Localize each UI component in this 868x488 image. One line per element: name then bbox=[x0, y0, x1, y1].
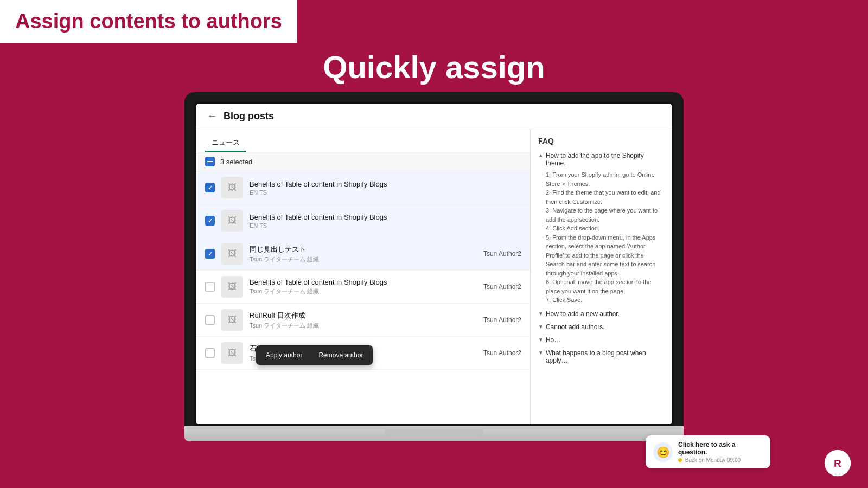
thumbnail-1: 🖼 bbox=[221, 177, 243, 198]
laptop-outer: ← Blog posts ニュース bbox=[184, 92, 684, 426]
post-meta-2: EN TS bbox=[250, 222, 521, 229]
faq-item-3: ▼ Cannot add authors. bbox=[538, 323, 664, 331]
faq-arrow-5: ▼ bbox=[538, 350, 544, 356]
chat-avatar: 😊 bbox=[653, 442, 673, 462]
laptop-mockup: ← Blog posts ニュース bbox=[184, 92, 684, 441]
post-title-4: Benefits of Table of content in Shopify … bbox=[250, 278, 477, 286]
post-title-1: Benefits of Table of content in Shopify … bbox=[250, 180, 521, 188]
faq-question-label-2: How to add a new author. bbox=[546, 310, 620, 318]
tab-bar: ニュース bbox=[196, 129, 530, 152]
tab-news[interactable]: ニュース bbox=[205, 134, 246, 152]
post-meta-1: EN TS bbox=[250, 189, 521, 196]
chat-status: Back on Monday 09:00 bbox=[678, 457, 763, 463]
page-title: Blog posts bbox=[224, 111, 274, 122]
post-meta-4: Tsun ライターチーム 組織 bbox=[250, 287, 477, 296]
app-body: ニュース 3 selected 🖼 bbox=[196, 129, 672, 424]
table-row: 🖼 RuffRuff 目次作成 Tsun ライターチーム 組織 Tsun Aut… bbox=[196, 304, 530, 337]
status-dot bbox=[678, 458, 682, 462]
chat-title: Click here to ask a question. bbox=[678, 441, 763, 456]
faq-question-2[interactable]: ▼ How to add a new author. bbox=[538, 310, 664, 318]
post-meta-5: Tsun ライターチーム 組織 bbox=[250, 322, 477, 330]
faq-arrow-4: ▼ bbox=[538, 337, 544, 343]
back-button[interactable]: ← bbox=[207, 111, 217, 122]
thumbnail-3: 🖼 bbox=[221, 243, 243, 265]
row-checkbox-1[interactable] bbox=[205, 183, 215, 192]
faq-question-4[interactable]: ▼ Ho… bbox=[538, 336, 664, 344]
faq-item-2: ▼ How to add a new author. bbox=[538, 310, 664, 318]
subtitle-container: Quickly assign bbox=[0, 49, 868, 85]
faq-title: FAQ bbox=[538, 137, 664, 145]
thumbnail-5: 🖼 bbox=[221, 309, 243, 331]
table-row: 🖼 Benefits of Table of content in Shopif… bbox=[196, 271, 530, 304]
table-row: 🖼 Benefits of Table of content in Shopif… bbox=[196, 204, 530, 237]
post-meta-3: Tsun ライターチーム 組織 bbox=[250, 255, 477, 264]
chat-text: Click here to ask a question. Back on Mo… bbox=[678, 441, 763, 463]
post-author-3: Tsun Author2 bbox=[483, 250, 521, 258]
thumbnail-2: 🖼 bbox=[221, 210, 243, 232]
faq-question-label-5: What happens to a blog post when apply… bbox=[546, 349, 664, 364]
post-author-5: Tsun Author2 bbox=[483, 316, 521, 324]
faq-question-5[interactable]: ▼ What happens to a blog post when apply… bbox=[538, 349, 664, 364]
row-checkbox-2[interactable] bbox=[205, 216, 215, 226]
chat-status-text: Back on Monday 09:00 bbox=[685, 457, 741, 463]
faq-question-label-3: Cannot add authors. bbox=[546, 323, 605, 331]
faq-question-1[interactable]: ▲ How to add the app to the Shopify them… bbox=[538, 152, 664, 167]
app-ui: ← Blog posts ニュース bbox=[196, 104, 672, 424]
selection-bar: 3 selected bbox=[196, 152, 530, 171]
faq-answer-1: 1. From your Shopify admin, go to Online… bbox=[538, 170, 664, 305]
laptop-base bbox=[184, 426, 684, 441]
faq-item-5: ▼ What happens to a blog post when apply… bbox=[538, 349, 664, 364]
chat-widget[interactable]: 😊 Click here to ask a question. Back on … bbox=[646, 435, 770, 468]
table-row: 🖼 石ができる… Tsun ライターチーム 組織 Tsun Author2 Ap… bbox=[196, 337, 530, 370]
laptop-stand bbox=[385, 429, 483, 439]
row-checkbox-6[interactable] bbox=[205, 348, 215, 358]
faq-question-3[interactable]: ▼ Cannot add authors. bbox=[538, 323, 664, 331]
post-info-1: Benefits of Table of content in Shopify … bbox=[250, 180, 521, 196]
row-checkbox-4[interactable] bbox=[205, 282, 215, 292]
title-badge: Assign contents to authors bbox=[0, 0, 297, 43]
faq-item-4: ▼ Ho… bbox=[538, 336, 664, 344]
faq-question-label-1: How to add the app to the Shopify theme. bbox=[546, 152, 664, 167]
row-checkbox-3[interactable] bbox=[205, 249, 215, 259]
brand-logo: R bbox=[824, 449, 852, 477]
faq-item-1: ▲ How to add the app to the Shopify them… bbox=[538, 152, 664, 305]
post-info-2: Benefits of Table of content in Shopify … bbox=[250, 213, 521, 229]
main-title: Assign contents to authors bbox=[15, 10, 282, 33]
thumbnail-4: 🖼 bbox=[221, 276, 243, 298]
remove-author-button[interactable]: Remove author bbox=[311, 348, 371, 363]
table-row: 🖼 Benefits of Table of content in Shopif… bbox=[196, 171, 530, 204]
faq-arrow-1: ▲ bbox=[538, 152, 544, 158]
screen-content: ← Blog posts ニュース bbox=[196, 104, 672, 424]
table-row: 🖼 同じ見出しテスト Tsun ライターチーム 組織 Tsun Author2 bbox=[196, 237, 530, 271]
thumbnail-6: 🖼 bbox=[221, 342, 243, 364]
row-checkbox-5[interactable] bbox=[205, 315, 215, 325]
post-author-6: Tsun Author2 bbox=[483, 349, 521, 357]
faq-question-label-4: Ho… bbox=[546, 336, 560, 344]
action-tooltip: Apply author Remove author bbox=[256, 345, 373, 365]
app-header: ← Blog posts bbox=[196, 104, 672, 129]
apply-author-button[interactable]: Apply author bbox=[258, 348, 310, 363]
selection-count: 3 selected bbox=[220, 158, 252, 166]
faq-arrow-2: ▼ bbox=[538, 311, 544, 317]
left-panel: ニュース 3 selected 🖼 bbox=[196, 129, 531, 424]
post-info-5: RuffRuff 目次作成 Tsun ライターチーム 組織 bbox=[250, 311, 477, 330]
post-title-2: Benefits of Table of content in Shopify … bbox=[250, 213, 521, 221]
faq-arrow-3: ▼ bbox=[538, 324, 544, 330]
screen-bezel: ← Blog posts ニュース bbox=[194, 102, 674, 426]
post-info-4: Benefits of Table of content in Shopify … bbox=[250, 278, 477, 296]
select-all-checkbox[interactable] bbox=[205, 157, 215, 166]
faq-panel: FAQ ▲ How to add the app to the Shopify … bbox=[531, 129, 672, 424]
svg-text:R: R bbox=[834, 458, 841, 469]
subtitle-text: Quickly assign bbox=[0, 49, 868, 85]
post-title-5: RuffRuff 目次作成 bbox=[250, 311, 477, 320]
post-title-3: 同じ見出しテスト bbox=[250, 245, 477, 254]
post-author-4: Tsun Author2 bbox=[483, 283, 521, 291]
post-info-3: 同じ見出しテスト Tsun ライターチーム 組織 bbox=[250, 245, 477, 264]
